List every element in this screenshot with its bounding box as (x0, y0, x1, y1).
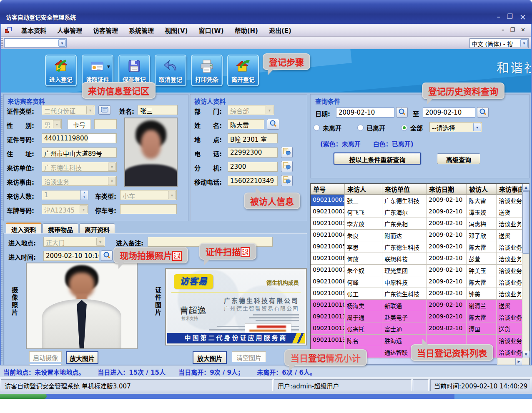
idcard-hotline (245, 323, 291, 333)
save-registration-button[interactable]: 保存登记 (118, 55, 150, 86)
photo-button[interactable]: 放大图片 (66, 351, 98, 364)
date-to-picker-button[interactable] (477, 107, 489, 118)
cert-type-select[interactable]: 二代身份证 (42, 105, 95, 115)
menu-item[interactable]: 人事管理 (52, 24, 88, 36)
tab[interactable]: 进入资料 (6, 223, 42, 233)
table-row[interactable]: 090210003 李光放 广东亮相 2009-02-10 冯惠梅 洽谈业务 (311, 218, 522, 230)
photo-button[interactable]: 放大图片 (193, 351, 227, 364)
visitor-count-stepper[interactable]: 1 (42, 190, 88, 200)
table-row[interactable]: 090210012 张寄托 富士通 2009-02-10 谭国 送货 (311, 323, 522, 335)
menu-item[interactable]: 基本资料 (16, 24, 52, 36)
menu-item[interactable]: 访客管理 (88, 24, 123, 36)
idcard-company2: 广州德生智盟贸易有限公司 (224, 304, 299, 312)
mobile-message-button[interactable] (281, 175, 293, 186)
table-header-cell[interactable]: 来访单位 (382, 184, 427, 195)
mobile-input[interactable]: 15602210349 (228, 176, 278, 186)
leave-registration-button[interactable]: 离开登记 (227, 55, 259, 86)
phone-input[interactable]: 22992300 (228, 148, 278, 158)
table-row[interactable]: 090210007 朱个奴 理光集团 2009-02-10 钟美玉 洽谈业务 (311, 265, 522, 276)
table-row[interactable]: 090210008 何峰 中原科技 2009-02-10 陈大雷 洽谈业务 (311, 276, 522, 288)
menu-item[interactable]: 退出(E) (263, 24, 297, 36)
card-reader-button[interactable] (98, 105, 111, 115)
table-row[interactable]: 090210001 张三 广东德生科技 2009-02-10 陈大雷 洽谈业务 (311, 195, 522, 206)
table-row[interactable]: 090210002 何飞飞 广东海尔 2009-02-10 谭玉姣 送货 (311, 206, 522, 218)
location-input[interactable]: B幢 2301 室 (228, 133, 278, 143)
date-to-label: 至 (413, 109, 419, 118)
advanced-search-button[interactable]: 高级查询 (437, 153, 480, 164)
parking-input[interactable] (120, 204, 177, 214)
minimize-icon[interactable]: – (497, 13, 500, 22)
enter-registration-button[interactable]: 进入登记 (45, 55, 77, 86)
dept-select[interactable]: 综合部 (228, 105, 274, 115)
radio-option[interactable]: 已离开 (357, 123, 385, 132)
card-no-input[interactable] (94, 119, 117, 129)
message-note-icon (283, 176, 291, 186)
entry-time-picker-button[interactable] (101, 250, 113, 261)
photo-button[interactable]: 启动摄像 (29, 351, 62, 362)
read-id-button[interactable]: ▼ 读取证件 (82, 55, 113, 86)
ext-message-button[interactable] (281, 161, 293, 172)
entry-place-select[interactable]: 正大门 (43, 237, 105, 247)
close-icon[interactable]: ✕ (519, 13, 526, 22)
table-row[interactable]: 090210005 李思 广东德生科技 2009-02-10 陈大雷 洽谈业务 (311, 241, 522, 253)
gender-select[interactable]: 男 (42, 119, 62, 129)
photo-button[interactable]: 清空图片 (232, 351, 266, 362)
language-selector[interactable]: 中文 (简体) - 搜 ▾ (469, 38, 529, 48)
toolbar-combobox[interactable]: ▾ (4, 38, 67, 48)
vertical-scroll-thumb[interactable] (522, 191, 529, 254)
toolbar-grip[interactable] (1, 38, 3, 48)
date-from-input[interactable]: 2009-02-10 (336, 108, 394, 118)
print-receipt-button[interactable]: 打印凭条 (191, 55, 223, 86)
visit-reason-select[interactable]: 洽谈业务 (42, 176, 117, 186)
splitter-grip[interactable] (1, 96, 3, 220)
visitor-id-photo (124, 118, 178, 187)
menu-item[interactable]: 帮助(H) (229, 24, 263, 36)
mdi-restore-icon[interactable]: ❐ (510, 27, 515, 33)
table-row[interactable]: 090210011 周于通 赴美电子 2009-02-10 陈大雷 洽谈业务 (311, 311, 522, 323)
title-bar[interactable]: 访客自动登记安全管理系统 – ❐ ✕ (0, 0, 532, 24)
vertical-scrollbar[interactable]: ▲ ▼ (522, 184, 529, 358)
restore-icon[interactable]: ❐ (507, 13, 513, 22)
chevron-down-icon[interactable]: ▾ (58, 39, 66, 47)
mdi-minimize-icon[interactable]: – (502, 27, 504, 33)
date-from-picker-button[interactable] (396, 107, 408, 118)
radio-option[interactable]: 未离开 (314, 123, 341, 132)
menu-item[interactable]: 视图(V) (159, 24, 193, 36)
scroll-down-icon[interactable]: ▼ (522, 351, 529, 358)
entry-tabs: 进入资料 携带物品 离开资料 (6, 223, 116, 233)
table-row[interactable]: 090210004 朱良 附而达 2009-02-10 邓子欣 送货 (311, 230, 522, 241)
visited-name-search-button[interactable] (267, 119, 279, 130)
vehicle-type-select[interactable]: 小车 (120, 190, 177, 200)
table-header-cell[interactable]: 来访事由 (497, 184, 522, 195)
address-input[interactable]: 广州市中山大道89号 (42, 148, 117, 158)
mdi-close-icon[interactable]: ✕ (521, 27, 525, 33)
visitor-name-input[interactable]: 张三 (138, 105, 178, 115)
dropdown-arrow-icon[interactable]: ▼ (107, 65, 110, 69)
requery-button[interactable]: 按以上条件重新查询 (334, 153, 421, 165)
visit-unit-select[interactable]: 广东德生科技 (42, 162, 117, 172)
table-header-cell[interactable]: 来访人 (345, 184, 382, 195)
table-row[interactable]: 090210006 何放 联想科技 2009-02-10 彭萱 洽谈业务 (311, 253, 522, 265)
menu-item[interactable]: 系统管理 (123, 24, 159, 36)
tab[interactable]: 携带物品 (43, 223, 78, 233)
entry-time-input[interactable]: 2009-02-10 10:16 (43, 251, 99, 261)
menu-item[interactable]: 窗口(W) (193, 24, 229, 36)
table-row[interactable]: 090210010 杨海类 新联通 2009-02-10 谢清兰 送货 (311, 300, 522, 311)
table-header-cell[interactable]: 被访人 (467, 184, 497, 195)
ext-input[interactable]: 2300 (228, 162, 278, 172)
plate-select[interactable]: 津A12345 (42, 204, 88, 214)
scroll-right-icon[interactable]: ▶ (515, 358, 522, 365)
table-header-cell[interactable]: 单号 (311, 184, 345, 195)
radio-option[interactable]: 全部 (401, 123, 423, 132)
visited-name-input[interactable]: 陈大雷 (228, 119, 264, 129)
date-to-input[interactable]: 2009-02-10 (423, 108, 475, 118)
tab[interactable]: 离开资料 (79, 223, 115, 233)
scroll-up-icon[interactable]: ▲ (522, 184, 529, 191)
filter-select[interactable]: --请选择 (429, 122, 482, 132)
cancel-registration-button[interactable]: 取消登记 (155, 55, 186, 86)
table-header-cell[interactable]: 来访日期 (427, 184, 467, 195)
splitter-grip[interactable] (1, 225, 3, 363)
chevron-down-icon[interactable]: ▾ (520, 39, 528, 47)
phone-message-button[interactable] (281, 147, 293, 158)
table-row[interactable]: 090210009 张工 广东德生科技 2009-02-10 钟美 洽谈业务 (311, 288, 522, 300)
